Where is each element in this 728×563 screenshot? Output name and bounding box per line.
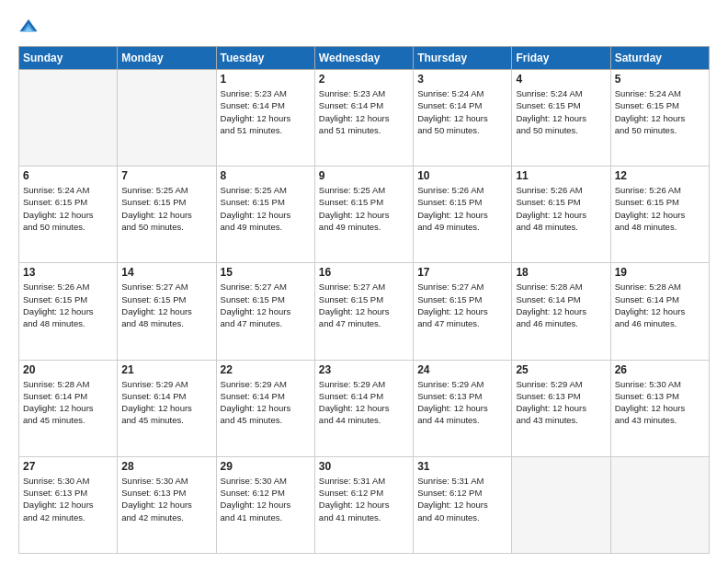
day-number: 29 xyxy=(221,460,311,473)
calendar-cell: 24Sunrise: 5:29 AMSunset: 6:13 PMDayligh… xyxy=(414,360,512,456)
calendar-week-row: 6Sunrise: 5:24 AMSunset: 6:15 PMDaylight… xyxy=(19,167,710,263)
day-info: Sunrise: 5:25 AMSunset: 6:15 PMDaylight:… xyxy=(319,184,409,233)
day-info: Sunrise: 5:26 AMSunset: 6:15 PMDaylight:… xyxy=(615,184,705,233)
day-info: Sunrise: 5:29 AMSunset: 6:14 PMDaylight:… xyxy=(221,378,311,427)
day-info: Sunrise: 5:28 AMSunset: 6:14 PMDaylight:… xyxy=(516,281,606,329)
day-info: Sunrise: 5:27 AMSunset: 6:15 PMDaylight:… xyxy=(121,281,211,329)
calendar-cell: 31Sunrise: 5:31 AMSunset: 6:12 PMDayligh… xyxy=(414,456,512,553)
day-number: 23 xyxy=(319,363,409,376)
day-info: Sunrise: 5:27 AMSunset: 6:15 PMDaylight:… xyxy=(221,281,311,329)
day-info: Sunrise: 5:23 AMSunset: 6:14 PMDaylight:… xyxy=(319,87,409,136)
day-info: Sunrise: 5:29 AMSunset: 6:13 PMDaylight:… xyxy=(516,378,606,427)
day-info: Sunrise: 5:29 AMSunset: 6:13 PMDaylight:… xyxy=(417,378,507,427)
day-info: Sunrise: 5:26 AMSunset: 6:15 PMDaylight:… xyxy=(417,184,507,233)
day-info: Sunrise: 5:31 AMSunset: 6:12 PMDaylight:… xyxy=(417,475,507,523)
calendar-cell: 27Sunrise: 5:30 AMSunset: 6:13 PMDayligh… xyxy=(19,456,118,553)
day-number: 16 xyxy=(319,266,409,279)
calendar-cell: 23Sunrise: 5:29 AMSunset: 6:14 PMDayligh… xyxy=(314,360,413,456)
calendar-cell: 19Sunrise: 5:28 AMSunset: 6:14 PMDayligh… xyxy=(610,263,709,360)
day-info: Sunrise: 5:28 AMSunset: 6:14 PMDaylight:… xyxy=(615,281,705,329)
calendar-cell xyxy=(512,456,610,553)
calendar-cell: 7Sunrise: 5:25 AMSunset: 6:15 PMDaylight… xyxy=(118,167,216,263)
calendar-cell: 4Sunrise: 5:24 AMSunset: 6:15 PMDaylight… xyxy=(512,70,610,167)
logo-icon xyxy=(18,17,39,37)
calendar-cell: 12Sunrise: 5:26 AMSunset: 6:15 PMDayligh… xyxy=(610,167,709,263)
calendar-cell: 22Sunrise: 5:29 AMSunset: 6:14 PMDayligh… xyxy=(216,360,314,456)
calendar-cell: 13Sunrise: 5:26 AMSunset: 6:15 PMDayligh… xyxy=(19,263,118,360)
day-info: Sunrise: 5:29 AMSunset: 6:14 PMDaylight:… xyxy=(319,378,409,427)
day-info: Sunrise: 5:27 AMSunset: 6:15 PMDaylight:… xyxy=(417,281,507,329)
day-number: 9 xyxy=(319,169,409,182)
day-number: 8 xyxy=(221,169,311,182)
calendar-cell xyxy=(610,456,709,553)
day-info: Sunrise: 5:23 AMSunset: 6:14 PMDaylight:… xyxy=(221,87,311,136)
day-info: Sunrise: 5:30 AMSunset: 6:13 PMDaylight:… xyxy=(23,475,113,523)
day-number: 30 xyxy=(319,460,409,473)
header xyxy=(18,17,710,37)
day-number: 12 xyxy=(615,169,705,182)
calendar-cell: 15Sunrise: 5:27 AMSunset: 6:15 PMDayligh… xyxy=(216,263,314,360)
day-info: Sunrise: 5:30 AMSunset: 6:12 PMDaylight:… xyxy=(221,475,311,523)
calendar-cell: 29Sunrise: 5:30 AMSunset: 6:12 PMDayligh… xyxy=(216,456,314,553)
page: SundayMondayTuesdayWednesdayThursdayFrid… xyxy=(0,0,728,563)
calendar-cell: 25Sunrise: 5:29 AMSunset: 6:13 PMDayligh… xyxy=(512,360,610,456)
day-number: 31 xyxy=(417,460,507,473)
day-info: Sunrise: 5:29 AMSunset: 6:14 PMDaylight:… xyxy=(121,378,211,427)
day-number: 18 xyxy=(516,266,606,279)
day-info: Sunrise: 5:26 AMSunset: 6:15 PMDaylight:… xyxy=(23,281,113,329)
day-header-friday: Friday xyxy=(512,47,610,70)
day-number: 15 xyxy=(221,266,311,279)
calendar-week-row: 1Sunrise: 5:23 AMSunset: 6:14 PMDaylight… xyxy=(19,70,710,167)
calendar-header-row: SundayMondayTuesdayWednesdayThursdayFrid… xyxy=(19,47,710,70)
day-number: 20 xyxy=(23,363,113,376)
day-header-thursday: Thursday xyxy=(414,47,512,70)
calendar-week-row: 13Sunrise: 5:26 AMSunset: 6:15 PMDayligh… xyxy=(19,263,710,360)
calendar-cell: 26Sunrise: 5:30 AMSunset: 6:13 PMDayligh… xyxy=(610,360,709,456)
day-number: 7 xyxy=(121,169,211,182)
calendar-cell: 16Sunrise: 5:27 AMSunset: 6:15 PMDayligh… xyxy=(314,263,413,360)
day-info: Sunrise: 5:31 AMSunset: 6:12 PMDaylight:… xyxy=(319,475,409,523)
day-number: 27 xyxy=(23,460,113,473)
calendar-cell: 28Sunrise: 5:30 AMSunset: 6:13 PMDayligh… xyxy=(118,456,216,553)
day-number: 28 xyxy=(121,460,211,473)
day-number: 6 xyxy=(23,169,113,182)
calendar-cell: 6Sunrise: 5:24 AMSunset: 6:15 PMDaylight… xyxy=(19,167,118,263)
calendar-cell: 5Sunrise: 5:24 AMSunset: 6:15 PMDaylight… xyxy=(610,70,709,167)
day-number: 26 xyxy=(615,363,705,376)
day-info: Sunrise: 5:24 AMSunset: 6:15 PMDaylight:… xyxy=(516,87,606,136)
day-info: Sunrise: 5:24 AMSunset: 6:15 PMDaylight:… xyxy=(615,87,705,136)
day-number: 10 xyxy=(417,169,507,182)
calendar-cell: 2Sunrise: 5:23 AMSunset: 6:14 PMDaylight… xyxy=(314,70,413,167)
calendar-cell: 14Sunrise: 5:27 AMSunset: 6:15 PMDayligh… xyxy=(118,263,216,360)
day-header-sunday: Sunday xyxy=(19,47,118,70)
calendar-cell xyxy=(19,70,118,167)
day-number: 1 xyxy=(221,73,311,86)
day-number: 21 xyxy=(121,363,211,376)
day-number: 5 xyxy=(615,73,705,86)
day-number: 19 xyxy=(615,266,705,279)
calendar-cell xyxy=(118,70,216,167)
day-number: 14 xyxy=(121,266,211,279)
calendar-cell: 3Sunrise: 5:24 AMSunset: 6:14 PMDaylight… xyxy=(414,70,512,167)
day-info: Sunrise: 5:25 AMSunset: 6:15 PMDaylight:… xyxy=(121,184,211,233)
calendar-cell: 20Sunrise: 5:28 AMSunset: 6:14 PMDayligh… xyxy=(19,360,118,456)
calendar-cell: 17Sunrise: 5:27 AMSunset: 6:15 PMDayligh… xyxy=(414,263,512,360)
calendar-cell: 11Sunrise: 5:26 AMSunset: 6:15 PMDayligh… xyxy=(512,167,610,263)
calendar-cell: 9Sunrise: 5:25 AMSunset: 6:15 PMDaylight… xyxy=(314,167,413,263)
day-header-saturday: Saturday xyxy=(610,47,709,70)
logo xyxy=(18,17,42,37)
calendar-week-row: 20Sunrise: 5:28 AMSunset: 6:14 PMDayligh… xyxy=(19,360,710,456)
day-info: Sunrise: 5:30 AMSunset: 6:13 PMDaylight:… xyxy=(615,378,705,427)
day-info: Sunrise: 5:24 AMSunset: 6:15 PMDaylight:… xyxy=(23,184,113,233)
calendar-cell: 1Sunrise: 5:23 AMSunset: 6:14 PMDaylight… xyxy=(216,70,314,167)
day-info: Sunrise: 5:30 AMSunset: 6:13 PMDaylight:… xyxy=(121,475,211,523)
day-number: 4 xyxy=(516,73,606,86)
calendar-cell: 18Sunrise: 5:28 AMSunset: 6:14 PMDayligh… xyxy=(512,263,610,360)
day-number: 13 xyxy=(23,266,113,279)
calendar-table: SundayMondayTuesdayWednesdayThursdayFrid… xyxy=(18,46,710,554)
calendar-cell: 30Sunrise: 5:31 AMSunset: 6:12 PMDayligh… xyxy=(314,456,413,553)
day-info: Sunrise: 5:26 AMSunset: 6:15 PMDaylight:… xyxy=(516,184,606,233)
day-number: 2 xyxy=(319,73,409,86)
day-header-wednesday: Wednesday xyxy=(314,47,413,70)
day-number: 22 xyxy=(221,363,311,376)
